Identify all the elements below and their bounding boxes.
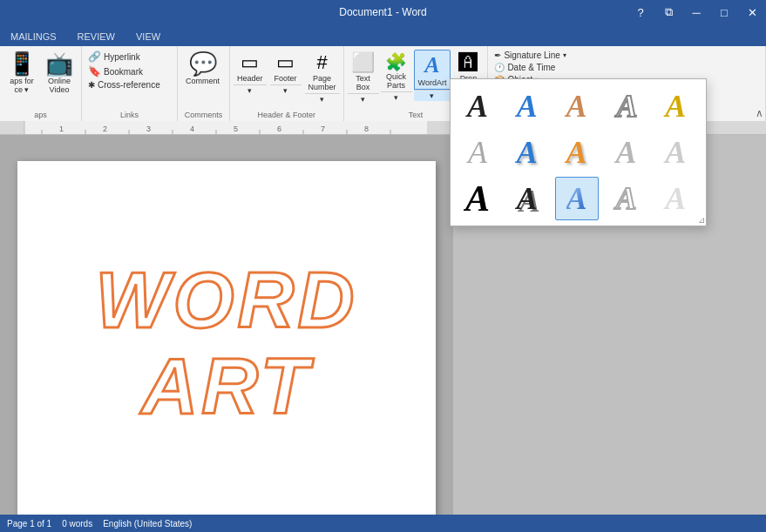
- svg-text:2: 2: [103, 125, 107, 133]
- crossref-btn[interactable]: ✱ Cross-reference: [85, 79, 173, 91]
- wordart-style-4[interactable]: A: [604, 84, 647, 128]
- footer-split-btn: ▭ Footer ▾: [270, 50, 302, 96]
- footer-dropdown[interactable]: ▾: [270, 84, 302, 96]
- wordart-style-3[interactable]: A: [555, 84, 599, 128]
- ribbon-display-btn[interactable]: ⧉: [654, 0, 682, 24]
- header-btn[interactable]: ▭ Header: [234, 50, 267, 84]
- wordart-popup: A A A A A A A A A A A: [450, 78, 707, 226]
- wordart-split-btn: A WordArt ▾: [414, 50, 451, 101]
- wordart-arrow: ▾: [430, 91, 434, 100]
- header-icon: ▭: [241, 51, 259, 74]
- textbox-btn[interactable]: ⬜ TextBox: [348, 50, 379, 93]
- pagenumber-split-btn: # PageNumber ▾: [305, 50, 340, 104]
- wordart-style-13[interactable]: A: [555, 177, 599, 220]
- wordart-style-1[interactable]: A: [456, 84, 499, 128]
- svg-text:5: 5: [234, 125, 238, 133]
- svg-text:6: 6: [277, 125, 281, 133]
- wordart-grid: A A A A A A A A A A A: [456, 84, 701, 220]
- bookmark-icon: 🔖: [88, 65, 101, 77]
- footer-arrow: ▾: [283, 86, 288, 95]
- svg-text:1: 1: [59, 125, 64, 133]
- pagenumber-arrow: ▾: [320, 95, 324, 104]
- datetime-row: 🕐 Date & Time: [491, 62, 558, 73]
- group-label-headerfooter: Header & Footer: [230, 111, 343, 119]
- wordart-content: WORD ART: [96, 258, 358, 430]
- word-count: 0 words: [62, 519, 92, 529]
- datetime-icon: 🕐: [494, 63, 505, 72]
- wordart-style-14[interactable]: A: [604, 177, 647, 220]
- wordart-style-7[interactable]: A: [505, 131, 549, 174]
- window-controls: ? ⧉ ─ □ ✕: [627, 0, 766, 24]
- maximize-btn[interactable]: □: [710, 0, 738, 24]
- wordart-style-15[interactable]: A: [654, 177, 697, 220]
- ribbon-tabs: MAILINGS REVIEW VIEW: [0, 24, 766, 46]
- left-panel: WORD ART: [0, 135, 453, 532]
- wordart-style-8[interactable]: A: [555, 131, 599, 174]
- wordart-style-12[interactable]: A: [505, 177, 549, 220]
- svg-text:3: 3: [146, 125, 151, 133]
- signature-icon: ✒: [494, 51, 501, 60]
- comment-btn[interactable]: 💬 Comment: [181, 50, 224, 87]
- hyperlink-icon: 🔗: [88, 51, 101, 63]
- header-dropdown[interactable]: ▾: [234, 84, 267, 96]
- dropcap-icon: 🅰: [458, 51, 478, 74]
- wordart-style-2[interactable]: A: [505, 84, 549, 128]
- bookmark-btn[interactable]: 🔖 Bookmark: [85, 64, 173, 78]
- header-split-btn: ▭ Header ▾: [234, 50, 267, 96]
- footer-btn[interactable]: ▭ Footer: [270, 50, 302, 84]
- svg-text:7: 7: [321, 125, 325, 133]
- wordart-dropdown[interactable]: ▾: [414, 90, 451, 101]
- pagenumber-btn[interactable]: # PageNumber: [305, 50, 340, 93]
- popup-resize-handle[interactable]: ⊿: [698, 215, 705, 225]
- header-arrow: ▾: [247, 86, 252, 95]
- wordart-icon: A: [424, 52, 439, 78]
- signature-btn[interactable]: ✒ Signature Line ▾: [491, 50, 569, 61]
- group-comments: 💬 Comment Comments: [178, 46, 230, 121]
- pagenumber-dropdown[interactable]: ▾: [305, 93, 340, 104]
- crossref-icon: ✱: [88, 80, 95, 90]
- quickparts-dropdown[interactable]: ▾: [381, 91, 412, 103]
- wordart-style-9[interactable]: A: [604, 131, 647, 174]
- wordart-btn[interactable]: A WordArt: [414, 50, 451, 90]
- tab-view[interactable]: VIEW: [125, 28, 171, 46]
- textbox-split-btn: ⬜ TextBox ▾: [348, 50, 379, 104]
- svg-text:8: 8: [364, 125, 369, 133]
- signature-row: ✒ Signature Line ▾: [491, 50, 569, 61]
- footer-icon: ▭: [276, 51, 295, 74]
- wordart-style-6[interactable]: A: [456, 131, 499, 174]
- page-info: Page 1 of 1: [7, 519, 51, 529]
- quickparts-arrow: ▾: [394, 93, 398, 102]
- minimize-btn[interactable]: ─: [682, 0, 710, 24]
- datetime-btn[interactable]: 🕐 Date & Time: [491, 62, 558, 73]
- group-label-apps: aps: [0, 111, 81, 119]
- video-icon: 📺: [45, 51, 73, 77]
- links-buttons: 🔗 Hyperlink 🔖 Bookmark ✱ Cross-reference: [85, 48, 173, 104]
- help-btn[interactable]: ?: [627, 0, 654, 24]
- textbox-dropdown[interactable]: ▾: [348, 93, 379, 104]
- svg-rect-1: [0, 121, 24, 135]
- group-label-links: Links: [82, 111, 177, 119]
- wordart-line1: WORD: [96, 258, 358, 344]
- close-btn[interactable]: ✕: [738, 0, 766, 24]
- document-page: WORD ART: [17, 161, 436, 527]
- ribbon-collapse-btn[interactable]: ∧: [756, 107, 763, 119]
- tab-mailings[interactable]: MAILINGS: [0, 28, 67, 46]
- status-bar: Page 1 of 1 0 words English (United Stat…: [0, 515, 766, 532]
- group-header-footer: ▭ Header ▾ ▭ Footer ▾ # PageNumber ▾: [230, 46, 344, 121]
- quickparts-icon: 🧩: [385, 51, 407, 72]
- wordart-style-5[interactable]: A: [654, 84, 697, 128]
- group-apps: 📱 aps force ▾ 📺 OnlineVideo aps: [0, 46, 82, 121]
- apps-for-office-btn[interactable]: 📱 aps force ▾: [3, 50, 40, 96]
- textbox-arrow: ▾: [361, 95, 365, 104]
- language: English (United States): [103, 519, 192, 529]
- hyperlink-btn[interactable]: 🔗 Hyperlink: [85, 50, 173, 64]
- comment-icon: 💬: [189, 51, 217, 77]
- wordart-style-10[interactable]: A: [654, 131, 697, 174]
- title-bar-text: Document1 - Word: [339, 6, 426, 18]
- quickparts-btn[interactable]: 🧩 QuickParts: [381, 50, 412, 91]
- pagenumber-icon: #: [316, 51, 327, 74]
- wordart-style-11[interactable]: A: [456, 177, 499, 220]
- online-video-btn[interactable]: 📺 OnlineVideo: [41, 50, 78, 96]
- tab-review[interactable]: REVIEW: [67, 28, 125, 46]
- signature-arrow: ▾: [563, 51, 566, 59]
